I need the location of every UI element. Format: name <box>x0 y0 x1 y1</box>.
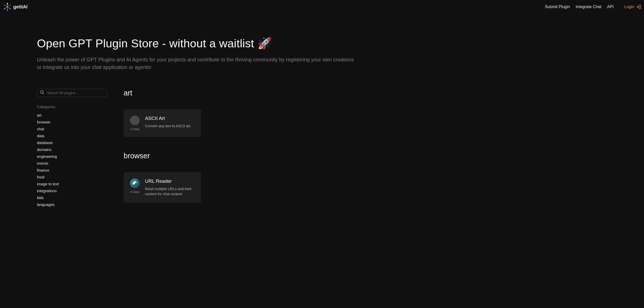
sidebar-item-art[interactable]: art <box>37 113 108 118</box>
sidebar-item-finance[interactable]: finance <box>37 167 108 173</box>
sidebar: Categories art browser chat data databas… <box>37 89 108 215</box>
search-container <box>37 89 107 97</box>
main-content: Open GPT Plugin Store - without a waitli… <box>0 14 644 215</box>
logo[interactable]: getitAI <box>3 3 28 11</box>
plugin-card[interactable]: 4 Votes URL Reader Read multiple URLs an… <box>124 172 201 203</box>
sidebar-item-integrations[interactable]: integrations <box>37 188 108 193</box>
login-label: Login <box>624 5 634 9</box>
sidebar-item-languages[interactable]: languages <box>37 202 108 207</box>
logo-mark-icon <box>3 3 12 11</box>
sidebar-item-image-to-text[interactable]: image to text <box>37 181 108 187</box>
sidebar-item-food[interactable]: food <box>37 174 108 180</box>
plugin-description: Convert any text to ASCII art. <box>145 124 195 129</box>
svg-line-8 <box>7 5 10 7</box>
plugin-avatar <box>130 178 140 188</box>
plugin-description: Read multiple URLs and their content for… <box>145 187 195 197</box>
page-title: Open GPT Plugin Store - without a waitli… <box>37 37 608 50</box>
logo-text: getitAI <box>13 4 28 10</box>
plugin-votes: 1 Votes <box>130 127 140 131</box>
svg-line-10 <box>7 7 10 9</box>
plugin-name: URL Reader <box>145 178 195 184</box>
search-icon <box>40 90 44 96</box>
sidebar-item-data[interactable]: data <box>37 133 108 138</box>
categories-heading: Categories <box>37 105 108 109</box>
sidebar-item-database[interactable]: database <box>37 140 108 145</box>
sidebar-item-chat[interactable]: chat <box>37 126 108 132</box>
nav-submit-plugin[interactable]: Submit Plugin <box>545 5 570 9</box>
svg-line-14 <box>43 93 44 94</box>
sidebar-item-kids[interactable]: kids <box>37 195 108 200</box>
svg-point-13 <box>41 91 43 93</box>
nav-integrate-chat[interactable]: Integrate Chat <box>576 5 601 9</box>
login-arrow-icon <box>636 5 641 9</box>
section-title-browser: browser <box>124 152 608 160</box>
nav-links: Submit Plugin Integrate Chat API Login <box>545 5 641 9</box>
plugin-card[interactable]: 1 Votes ASCII Art Convert any text to AS… <box>124 109 201 137</box>
card-content: URL Reader Read multiple URLs and their … <box>145 178 195 197</box>
svg-line-9 <box>5 7 7 9</box>
plugin-avatar <box>130 116 140 125</box>
section-title-art: art <box>124 89 608 97</box>
sidebar-item-browser[interactable]: browser <box>37 119 108 125</box>
plugin-votes: 4 Votes <box>130 190 140 194</box>
login-button[interactable]: Login <box>624 5 641 9</box>
header: getitAI Submit Plugin Integrate Chat API… <box>0 0 644 14</box>
plugin-sections: art 1 Votes ASCII Art Convert any text t… <box>124 89 608 215</box>
search-input[interactable] <box>37 89 107 97</box>
category-list: art browser chat data database domains e… <box>37 113 108 207</box>
svg-line-7 <box>5 5 7 7</box>
content-area: Categories art browser chat data databas… <box>37 89 608 215</box>
sidebar-item-engineering[interactable]: engineering <box>37 154 108 159</box>
sidebar-item-events[interactable]: events <box>37 161 108 166</box>
card-left: 1 Votes <box>130 116 140 131</box>
card-content: ASCII Art Convert any text to ASCII art. <box>145 116 195 131</box>
page-subtitle: Unleash the power of GPT Plugins and AI … <box>37 56 356 71</box>
nav-api[interactable]: API <box>607 5 614 9</box>
sidebar-item-domains[interactable]: domains <box>37 147 108 152</box>
card-left: 4 Votes <box>130 178 140 197</box>
plugin-name: ASCII Art <box>145 116 195 121</box>
